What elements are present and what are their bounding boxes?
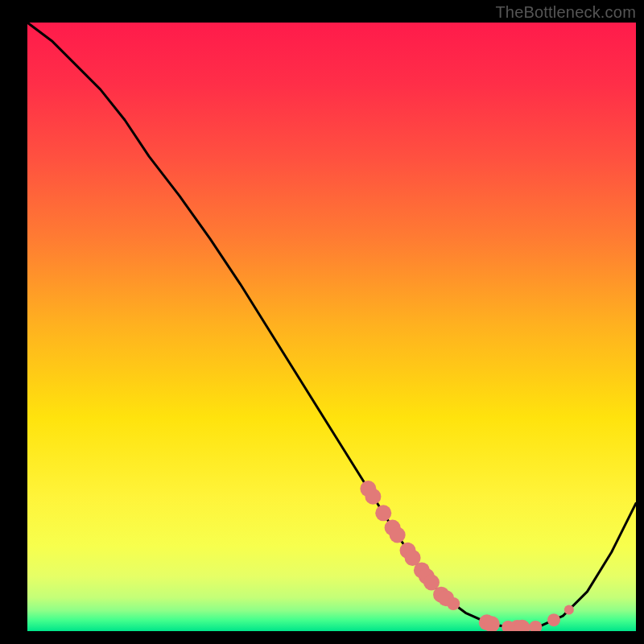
marker-point xyxy=(375,505,391,521)
chart-container: TheBottleneck.com xyxy=(0,0,644,644)
chart-svg xyxy=(27,23,636,631)
marker-point xyxy=(547,613,560,626)
attribution-label: TheBottleneck.com xyxy=(495,3,636,22)
marker-point xyxy=(390,527,406,543)
marker-point xyxy=(564,605,574,615)
marker-point xyxy=(447,597,460,610)
marker-point xyxy=(365,489,381,505)
plot-area xyxy=(27,23,636,631)
